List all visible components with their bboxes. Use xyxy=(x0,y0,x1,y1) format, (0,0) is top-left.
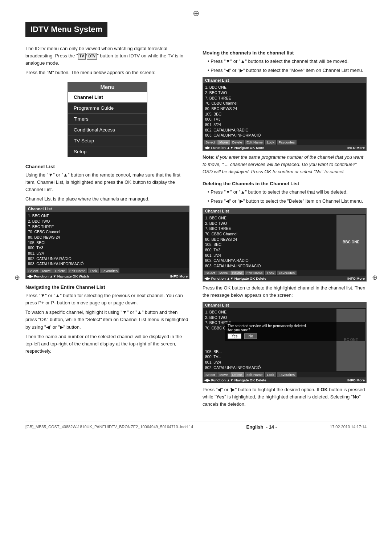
cl1-ch6: 105. BBCI xyxy=(28,240,187,246)
dialog-question: Are you sure? xyxy=(228,328,362,332)
mcl-btn-lock: Lock xyxy=(265,140,276,145)
dcl1-ch7: 800. TV3 xyxy=(205,247,335,253)
menu-item-setup: Setup xyxy=(68,146,147,157)
mcl-ch10: 803. CATALUNYA INFORMACIÓ xyxy=(205,133,364,138)
dcl1-footer-nav: ◀▶ Function ▲▼ Navigate OK Delete xyxy=(204,276,266,280)
dcl1-ch8: 801. 3/24 xyxy=(205,253,335,258)
dcl1-ch9: 802. CATALUNYA RÀDIO xyxy=(205,258,335,263)
mcl-ch2: 2. BBC TWO xyxy=(205,90,364,96)
moving-cl-buttons: Select Move Delete Edit Name Lock Favour… xyxy=(203,139,366,145)
deleting-bullet-1: Press "▼" or "▲" button to select the ch… xyxy=(208,189,367,196)
del-cl1-side: BBC ONE xyxy=(336,215,366,270)
cl1-btn-delete: Delete xyxy=(53,268,67,273)
deleting-channel-list-screen-1: Channel List 1. BBC ONE 2. BBC TWO 7. BB… xyxy=(203,208,367,281)
dcl1-btn-select: Select xyxy=(204,271,217,275)
dcl2-footer-nav: ◀▶ Function ▲▼ Navigate OK Delete xyxy=(204,378,266,382)
dcl2-ch8: 802. CATALUNYA INFORMACIÓ xyxy=(205,365,335,370)
mcl-ch1: 1. BBC ONE xyxy=(205,85,364,90)
cl1-ch4: 70. CBBC Channel xyxy=(28,229,187,235)
del-cl2-footer: ◀▶ Function ▲▼ Navigate OK Delete INFO M… xyxy=(203,377,366,383)
delete-dialog: The selected service will be permanently… xyxy=(225,322,365,341)
cl1-ch5: 80. BBC NEWS 24 xyxy=(28,235,187,240)
dcl1-ch2: 2. BBC TWO xyxy=(205,221,335,226)
right-margin-compass: ⊕ xyxy=(372,274,377,281)
dcl1-ch5: 80. BBC NEWS 24 xyxy=(205,237,335,242)
cl1-ch1: 1. BBC ONE xyxy=(28,213,187,219)
dialog-text: The selected service will be permanently… xyxy=(228,324,362,328)
mcl-btn-editname: Edit Name xyxy=(245,140,264,145)
menu-item-conditional-access: Conditional Access xyxy=(68,125,147,135)
cl1-btn-favourites: Favourites xyxy=(100,268,119,273)
del-cl1-footer: ◀▶ Function ▲▼ Navigate OK Delete INFO M… xyxy=(203,276,366,281)
moving-cl-header: Channel List xyxy=(203,77,366,83)
del-cl1-body: 1. BBC ONE 2. BBC TWO 7. BBC THREE 70. C… xyxy=(203,214,366,270)
cl1-btn-select: Select xyxy=(26,268,40,273)
mcl-footer-nav: ◀▶ Function ▲▼ Navigate OK More xyxy=(204,146,264,150)
right-column: Moving the channels in the channel list … xyxy=(203,45,367,410)
dcl2-ch5: 105. BB... xyxy=(205,349,335,355)
navigating-p2: To watch a specific channel, highlight i… xyxy=(25,309,189,331)
moving-cl-body: 1. BBC ONE 2. BBC TWO 7. BBC THREE 70. C… xyxy=(203,83,366,139)
del-cl1-header: Channel List xyxy=(203,208,366,214)
dcl1-ch3: 7. BBC THREE xyxy=(205,226,335,231)
dialog-yes-btn[interactable]: Yes xyxy=(228,333,241,339)
dcl1-ch4: 70. CBBC Channel xyxy=(205,231,335,237)
mcl-ch7: 800. TV3 xyxy=(205,117,364,122)
del-cl1-list: 1. BBC ONE 2. BBC TWO 7. BBC THREE 70. C… xyxy=(204,215,336,270)
cl1-ch9: 802. CATALUNYA RÀDIO xyxy=(28,256,187,262)
cl1-footer-info: INFO More xyxy=(170,274,188,278)
del-cl2-buttons: Select Move Delete Edit Name Lock Favour… xyxy=(203,372,366,377)
menu-item-tv-setup: TV Setup xyxy=(68,135,147,146)
moving-bullet-2: Press "◀" or "▶" buttons to select the "… xyxy=(208,67,367,74)
dcl2-btn-lock: Lock xyxy=(265,372,276,377)
cl1-btn-editname: Edit Name xyxy=(68,268,87,273)
navigating-p1: Press "▼" or "▲" button for selecting th… xyxy=(25,292,189,307)
dcl2-ch2: 2. BBC TWO xyxy=(205,315,335,320)
cl1-footer: ◀▶ Function ▲▼ Navigate OK Watch INFO Mo… xyxy=(26,274,189,279)
dcl1-ch6: 105. BBCI xyxy=(205,242,335,247)
footer-english-label: English - 14 - xyxy=(246,424,277,430)
cl1-channel-list: 1. BBC ONE 2. BBC TWO 7. BBC THREE 70. C… xyxy=(26,212,188,267)
mcl-footer-info: INFO More xyxy=(347,146,365,150)
cl1-ch7: 800. TV3 xyxy=(28,245,187,251)
cl1-footer-nav: ◀▶ Function ▲▼ Navigate OK Watch xyxy=(27,274,89,278)
mcl-ch5: 80. BBC NEWS 24 xyxy=(205,106,364,112)
mcl-btn-select: Select xyxy=(204,140,217,145)
cl1-body: 1. BBC ONE 2. BBC TWO 7. BBC THREE 70. C… xyxy=(26,212,189,268)
tv-icon: TV xyxy=(78,53,86,60)
dcl1-btn-move: Move xyxy=(217,271,229,275)
dialog-no-btn[interactable]: No xyxy=(244,333,257,339)
channel-list-subtitle: Channel List xyxy=(25,164,189,169)
dcl2-footer-info: INFO More xyxy=(347,378,365,382)
page: ⊕ ⊕ ⊕ IDTV Menu System The IDTV menu can… xyxy=(0,0,392,555)
dcl2-btn-delete: Delete xyxy=(230,372,244,377)
del-cl2-header: Channel List xyxy=(203,302,366,308)
moving-cl-list: 1. BBC ONE 2. BBC TWO 7. BBC THREE 70. C… xyxy=(204,84,366,139)
mcl-btn-favourites: Favourites xyxy=(277,140,297,145)
moving-subtitle: Moving the channels in the channel list xyxy=(203,50,367,56)
intro-paragraph-2: Press the "M" button. The menu below app… xyxy=(25,69,189,76)
dcl1-ch10: 803. CATALUNYA INFORMACIÓ xyxy=(205,263,335,269)
del-cl1-buttons: Select Move Delete Edit Name Lock Favour… xyxy=(203,270,366,276)
mcl-ch8: 801. 3/24 xyxy=(205,122,364,127)
dcl2-ch6: 800. TV... xyxy=(205,354,335,360)
cl1-ch2: 2. BBC TWO xyxy=(28,219,187,224)
cl1-ch10: 803. CATALUNYA INFORMACIÓ xyxy=(28,261,187,267)
channel-list-screen-1: Channel List 1. BBC ONE 2. BBC TWO 7. BB… xyxy=(25,206,189,279)
cl1-ch8: 801. 3/24 xyxy=(28,251,187,256)
cl1-header: Channel List xyxy=(26,206,189,212)
mcl-btn-move: Move xyxy=(217,140,229,145)
mcl-ch9: 802. CATALUNYA RÀDIO xyxy=(205,127,364,133)
dcl1-btn-editname: Edit Name xyxy=(245,271,264,275)
dcl2-btn-editname: Edit Name xyxy=(245,372,264,377)
deleting-after-p: Press the OK button to delete the highli… xyxy=(203,284,367,299)
dcl2-btn-favourites: Favourites xyxy=(277,372,297,377)
page-footer: [GB]_MB35_COST_40882W-1810UK_PANEUIDTV_B… xyxy=(25,421,367,430)
deleting-bullet-2: Press "◀" or "▶" button to select the "D… xyxy=(208,198,367,205)
page-title: IDTV Menu System xyxy=(25,22,107,37)
dcl2-ch1: 1. BBC ONE xyxy=(205,309,335,315)
left-margin-compass: ⊕ xyxy=(15,274,20,281)
footer-file: [GB]_MB35_COST_40882W-1810UK_PANEUIDTV_B… xyxy=(25,425,193,429)
cl1-btn-lock: Lock xyxy=(88,268,99,273)
menu-item-programme-guide: Programme Guide xyxy=(68,103,147,114)
